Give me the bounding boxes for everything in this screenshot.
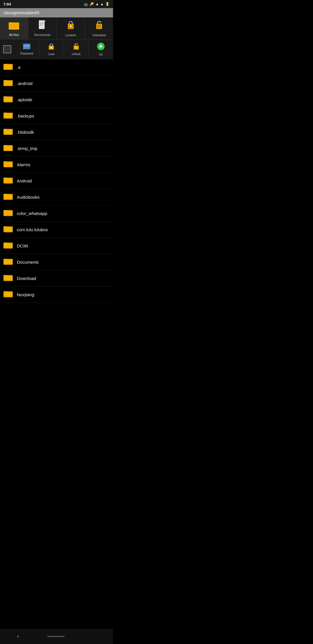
lock-label: Lock [48, 53, 54, 56]
svg-marker-6 [45, 20, 46, 21]
list-item[interactable]: .hiidosdk [0, 124, 113, 140]
svg-rect-76 [4, 179, 12, 183]
status-time: 7:04 [3, 2, 11, 6]
file-list: .a .android .aptoide .backups [0, 59, 113, 320]
folder-icon [3, 192, 13, 202]
file-name: com.lulu.lulubox [17, 227, 48, 232]
list-item[interactable]: Alarms [0, 157, 113, 173]
list-item[interactable]: .a [0, 59, 113, 75]
svg-rect-40 [4, 81, 12, 85]
folder-icon [3, 257, 13, 267]
tab-bar: All files Documents Locked [0, 17, 113, 39]
file-name: DCIM [17, 243, 28, 248]
tab-unlocked-label: Unlocked [92, 33, 106, 37]
password-label: Password [20, 52, 33, 55]
tab-unlocked[interactable]: Unlocked [85, 17, 113, 39]
list-item[interactable]: .android [0, 75, 113, 92]
tab-all-files[interactable]: All files [0, 17, 28, 39]
svg-rect-52 [4, 114, 12, 118]
file-name: .temp_tmp [17, 146, 37, 151]
list-item[interactable]: DCIM [0, 238, 113, 254]
svg-rect-82 [4, 195, 12, 199]
battery-icon: 🔋 [105, 2, 110, 6]
file-name: Audiobooks [17, 195, 39, 200]
folder-icon [3, 241, 13, 251]
folder-icon [3, 160, 13, 170]
file-name: .aptoide [17, 97, 32, 102]
signal-icon: ▲ [100, 2, 104, 6]
wifi-icon: ▲ [95, 2, 99, 6]
file-name: .a [17, 65, 21, 70]
file-name: Documents [17, 260, 39, 265]
svg-rect-94 [4, 227, 12, 231]
list-item[interactable]: Documents [0, 254, 113, 270]
file-name: facejiang [17, 292, 34, 297]
svg-text:***: *** [24, 45, 29, 48]
checkbox-box[interactable] [3, 45, 11, 53]
file-name: color_whatsapp [17, 211, 47, 216]
list-item[interactable]: Audiobooks [0, 189, 113, 205]
tab-locked-label: Locked [65, 33, 76, 37]
folder-icon [3, 273, 13, 283]
svg-rect-118 [4, 292, 12, 296]
svg-rect-5 [39, 20, 45, 29]
status-bar: 7:04 📺 🔑 ▲ ▲ 🔋 [0, 0, 113, 8]
lock-icon [48, 43, 55, 52]
tab-all-files-label: All files [9, 33, 19, 37]
list-item[interactable]: Download [0, 270, 113, 287]
svg-rect-58 [4, 130, 12, 134]
documents-icon [38, 20, 46, 32]
list-item[interactable]: .aptoide [0, 92, 113, 108]
list-item[interactable]: .temp_tmp [0, 140, 113, 157]
up-label: Up [99, 53, 103, 56]
select-all-checkbox[interactable] [0, 45, 14, 53]
svg-rect-100 [4, 244, 12, 248]
svg-rect-16 [97, 24, 101, 28]
status-icons: 📺 🔑 ▲ ▲ 🔋 [84, 2, 110, 6]
up-button[interactable]: Up [89, 41, 113, 58]
tab-locked[interactable]: Locked [57, 17, 85, 39]
list-item[interactable]: Android [0, 173, 113, 189]
up-icon [97, 42, 105, 52]
current-path: /storage/emulated/0 [3, 10, 39, 15]
folder-icon [3, 127, 13, 137]
svg-rect-64 [4, 146, 12, 150]
svg-rect-34 [4, 65, 12, 69]
password-button[interactable]: *** Password [14, 41, 39, 57]
file-name: Android [17, 178, 32, 183]
folder-icon [3, 95, 13, 105]
unlocked-icon [94, 20, 104, 32]
all-files-icon [8, 20, 19, 32]
unlock-label: Unlock [72, 53, 81, 56]
unlock-icon [73, 43, 80, 52]
folder-icon [3, 290, 13, 300]
svg-point-26 [75, 47, 77, 48]
svg-rect-23 [51, 48, 52, 49]
list-item[interactable]: facejiang [0, 287, 113, 303]
tab-documents[interactable]: Documents [28, 17, 57, 39]
list-item[interactable]: com.lulu.lulubox [0, 222, 113, 238]
toolbar: *** Password Lock Unlock [0, 39, 113, 59]
svg-rect-106 [4, 260, 12, 264]
key-icon: 🔑 [90, 2, 94, 6]
unlock-button[interactable]: Unlock [64, 41, 89, 57]
cast-icon: 📺 [84, 2, 88, 6]
path-bar: /storage/emulated/0 [0, 8, 113, 17]
locked-icon [66, 20, 75, 32]
svg-rect-112 [4, 276, 12, 280]
svg-rect-88 [4, 211, 12, 215]
folder-icon [3, 143, 13, 153]
tab-documents-label: Documents [34, 33, 50, 37]
list-item[interactable]: color_whatsapp [0, 205, 113, 222]
list-item[interactable]: .backups [0, 108, 113, 124]
password-icon: *** [23, 43, 31, 51]
svg-rect-46 [4, 97, 12, 102]
folder-icon [3, 208, 13, 218]
file-name: Alarms [17, 162, 30, 167]
lock-button[interactable]: Lock [39, 41, 64, 57]
file-name: .hiidosdk [17, 130, 34, 135]
folder-icon [3, 62, 13, 72]
svg-rect-4 [9, 23, 19, 29]
svg-rect-70 [4, 162, 12, 167]
folder-icon [3, 78, 13, 88]
